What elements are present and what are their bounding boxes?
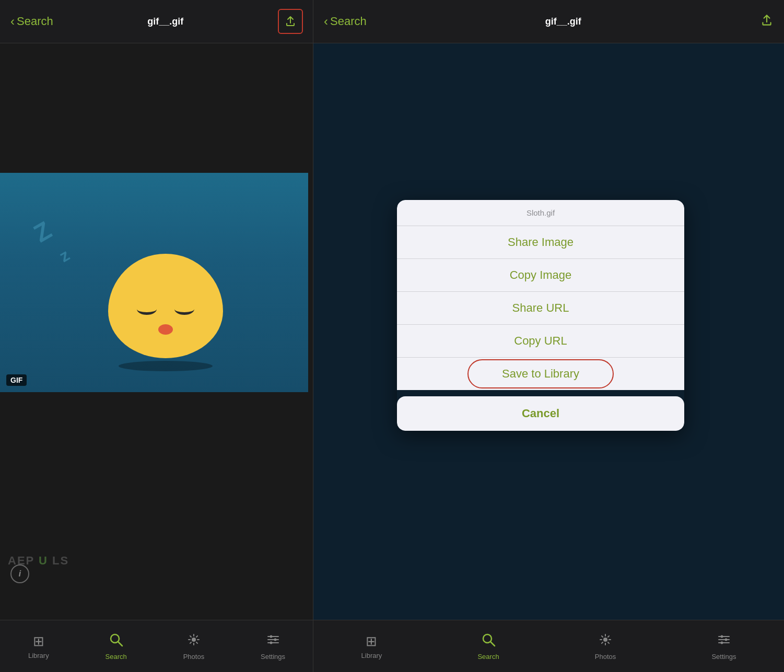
- context-menu-title: Sloth.gif: [397, 200, 684, 226]
- right-header: ‹ Search gif__.gif: [313, 0, 784, 43]
- right-bottom-nav: ⊞ Library Search Photos: [313, 620, 784, 672]
- left-nav-settings[interactable]: Settings: [261, 632, 285, 661]
- library-icon: ⊞: [33, 633, 44, 650]
- gif-container: Zz GIF: [0, 173, 308, 392]
- context-menu-main-card: Sloth.gif Share Image Copy Image Share U…: [397, 200, 684, 390]
- left-nav-settings-label: Settings: [261, 653, 285, 661]
- info-icon: i: [19, 569, 21, 579]
- svg-point-16: [724, 638, 727, 641]
- save-to-library-label: Save to Library: [502, 367, 579, 380]
- right-nav-settings-label: Settings: [711, 653, 736, 661]
- cancel-label: Cancel: [522, 407, 559, 420]
- right-nav-photos[interactable]: Photos: [595, 632, 616, 661]
- right-share-icon: [760, 14, 774, 27]
- sloth-blush: [158, 324, 173, 335]
- sloth-character: [108, 254, 223, 371]
- copy-image-button[interactable]: Copy Image: [397, 259, 684, 292]
- left-image-area: Zz GIF i AEP U L: [0, 43, 313, 620]
- share-icon: [284, 15, 297, 28]
- left-header: ‹ Search gif__.gif: [0, 0, 313, 43]
- left-back-button[interactable]: ‹ Search: [10, 14, 53, 29]
- gif-background: Zz: [0, 173, 308, 392]
- right-file-title: gif__.gif: [545, 16, 581, 27]
- right-settings-icon: [717, 632, 731, 651]
- share-image-button[interactable]: Share Image: [397, 226, 684, 259]
- right-search-icon: [481, 632, 496, 651]
- watermark-text2: LS: [52, 554, 69, 567]
- sloth-eye-right: [174, 303, 194, 315]
- context-menu: Sloth.gif Share Image Copy Image Share U…: [397, 200, 684, 431]
- sleep-z-icon: Zz: [29, 214, 74, 273]
- left-nav-search-label: Search: [106, 653, 127, 661]
- watermark-text: AEP: [8, 554, 34, 567]
- left-panel: ‹ Search gif__.gif Zz: [0, 0, 313, 672]
- left-back-label: Search: [17, 15, 53, 28]
- right-photos-icon: [598, 632, 613, 651]
- right-back-button[interactable]: ‹ Search: [324, 14, 367, 29]
- svg-point-2: [192, 638, 196, 642]
- right-library-icon: ⊞: [366, 633, 377, 650]
- right-nav-library[interactable]: ⊞ Library: [361, 633, 382, 659]
- share-button-highlighted[interactable]: [278, 9, 303, 34]
- gif-badge: GIF: [6, 374, 27, 386]
- left-chevron-icon: ‹: [10, 14, 15, 29]
- sloth-shadow: [119, 361, 213, 371]
- left-file-title: gif__.gif: [147, 16, 183, 27]
- left-nav-library[interactable]: ⊞ Library: [28, 633, 49, 659]
- svg-line-1: [118, 642, 122, 646]
- svg-point-8: [270, 641, 272, 644]
- right-nav-search[interactable]: Search: [477, 632, 499, 661]
- right-chevron-icon: ‹: [324, 14, 328, 29]
- share-url-button[interactable]: Share URL: [397, 292, 684, 325]
- sloth-eye-left: [137, 303, 157, 315]
- right-back-label: Search: [330, 15, 367, 28]
- svg-line-10: [490, 642, 495, 646]
- right-share-button[interactable]: [760, 14, 774, 29]
- save-to-library-button[interactable]: Save to Library: [397, 358, 684, 390]
- right-nav-settings[interactable]: Settings: [711, 632, 736, 661]
- left-nav-library-label: Library: [28, 652, 49, 659]
- left-nav-photos-label: Photos: [183, 653, 204, 661]
- right-nav-search-label: Search: [477, 653, 499, 661]
- photos-icon: [186, 632, 201, 651]
- svg-point-7: [274, 638, 276, 641]
- watermark-accent: U: [39, 554, 48, 567]
- right-panel: ‹ Search gif__.gif Sloth gif Sloth.gif S…: [313, 0, 784, 672]
- cancel-button[interactable]: Cancel: [397, 396, 684, 431]
- svg-point-6: [270, 635, 272, 638]
- copy-url-button[interactable]: Copy URL: [397, 325, 684, 358]
- settings-icon-left: [266, 632, 280, 651]
- right-image-area: Sloth gif Sloth.gif Share Image Copy Ima…: [313, 43, 784, 620]
- svg-point-11: [603, 638, 607, 642]
- right-nav-library-label: Library: [361, 652, 382, 659]
- search-icon-left: [109, 632, 123, 651]
- watermark: AEP U LS: [8, 554, 69, 568]
- svg-point-17: [720, 641, 723, 644]
- left-bottom-nav: ⊞ Library Search Photos: [0, 620, 313, 672]
- right-nav-photos-label: Photos: [595, 653, 616, 661]
- left-nav-search[interactable]: Search: [106, 632, 127, 661]
- svg-point-15: [720, 635, 723, 638]
- left-nav-photos[interactable]: Photos: [183, 632, 204, 661]
